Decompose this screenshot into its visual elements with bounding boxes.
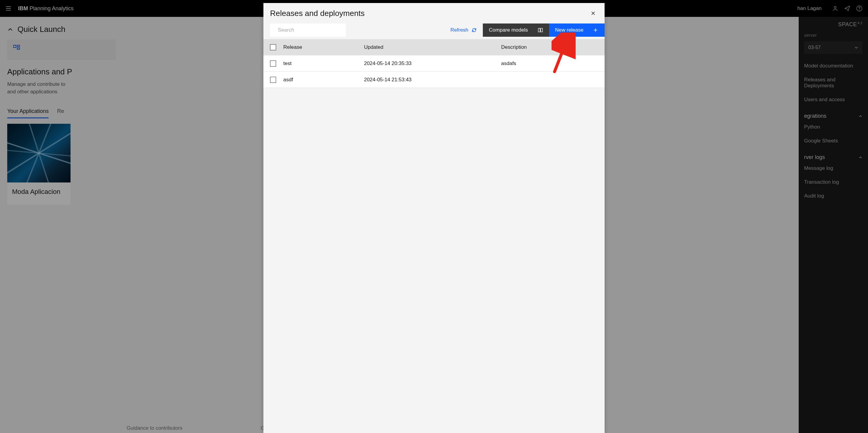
cell-description: asdafs xyxy=(501,61,598,67)
compare-models-button[interactable]: Compare models xyxy=(483,24,549,37)
close-button[interactable] xyxy=(588,8,598,18)
modal-title: Releases and deployments xyxy=(270,9,365,18)
col-release: Release xyxy=(283,44,364,50)
search-input[interactable] xyxy=(278,27,342,33)
cell-updated: 2024-05-14 21:53:43 xyxy=(364,77,501,83)
compare-models-label: Compare models xyxy=(489,27,528,33)
svg-rect-8 xyxy=(541,28,542,32)
close-icon xyxy=(591,11,595,16)
plus-icon xyxy=(593,28,598,33)
refresh-label: Refresh xyxy=(451,27,469,33)
table-header: Release Updated Description xyxy=(264,39,604,56)
new-release-button[interactable]: New release xyxy=(549,24,605,37)
select-all-checkbox[interactable] xyxy=(270,44,276,50)
table-row[interactable]: asdf 2024-05-14 21:53:43 xyxy=(264,72,604,88)
cell-release: test xyxy=(283,61,364,67)
refresh-icon xyxy=(471,27,477,33)
releases-modal: Releases and deployments Refresh Compare… xyxy=(264,3,604,433)
cell-release: asdf xyxy=(283,77,364,83)
releases-table: Release Updated Description test 2024-05… xyxy=(264,39,604,88)
row-checkbox[interactable] xyxy=(270,77,276,83)
cell-updated: 2024-05-14 20:35:33 xyxy=(364,61,501,67)
col-description: Description xyxy=(501,44,598,50)
table-row[interactable]: test 2024-05-14 20:35:33 asdafs xyxy=(264,56,604,72)
new-release-label: New release xyxy=(555,27,584,33)
refresh-button[interactable]: Refresh xyxy=(444,24,483,37)
search-input-wrapper[interactable] xyxy=(270,24,346,37)
col-updated: Updated xyxy=(364,44,501,50)
svg-rect-7 xyxy=(538,28,540,32)
row-checkbox[interactable] xyxy=(270,61,276,67)
compare-icon xyxy=(538,27,543,33)
